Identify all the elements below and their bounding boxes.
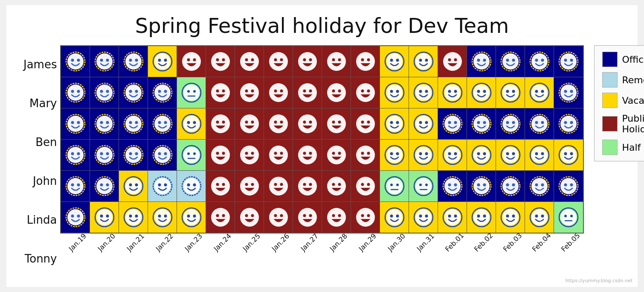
grid-cell xyxy=(496,108,525,139)
svg-point-113 xyxy=(448,90,451,93)
svg-point-281 xyxy=(183,178,200,194)
grid-cell xyxy=(467,202,496,233)
svg-point-385 xyxy=(483,215,486,218)
svg-point-366 xyxy=(338,214,341,217)
svg-point-124 xyxy=(531,85,548,101)
grid-cell xyxy=(61,108,90,139)
svg-point-341 xyxy=(125,209,142,225)
svg-point-242 xyxy=(419,152,422,155)
svg-point-253 xyxy=(502,147,519,163)
grid-cell xyxy=(293,171,322,201)
grid-cell xyxy=(235,108,264,139)
svg-point-342 xyxy=(129,215,132,218)
svg-point-83 xyxy=(193,90,196,93)
svg-point-319 xyxy=(483,184,486,187)
svg-point-120 xyxy=(502,85,519,101)
grid-cell xyxy=(177,202,206,233)
svg-point-176 xyxy=(425,121,428,124)
svg-point-126 xyxy=(541,90,544,93)
svg-point-288 xyxy=(245,183,248,186)
svg-point-20 xyxy=(216,58,219,61)
svg-point-338 xyxy=(100,215,103,218)
grid-cell xyxy=(438,46,467,77)
svg-point-198 xyxy=(67,147,84,163)
svg-point-128 xyxy=(560,85,577,101)
row-label: James xyxy=(23,49,57,80)
svg-point-347 xyxy=(164,215,167,218)
svg-point-11 xyxy=(135,59,138,62)
grid-cell xyxy=(496,46,525,77)
grid-cell xyxy=(119,171,148,201)
grid-cell xyxy=(351,108,380,139)
grid-cell xyxy=(438,77,467,108)
chart-container: Spring Festival holiday for Dev Team Jam… xyxy=(6,5,638,287)
svg-point-61 xyxy=(560,53,577,70)
svg-point-212 xyxy=(164,152,167,155)
svg-point-274 xyxy=(129,184,132,187)
svg-point-285 xyxy=(216,183,219,186)
svg-point-112 xyxy=(444,85,461,101)
grid-cell xyxy=(293,108,322,139)
svg-point-167 xyxy=(361,121,364,124)
grid-cell xyxy=(119,108,148,139)
legend-item: Public Holiday xyxy=(602,113,644,134)
svg-point-73 xyxy=(125,85,142,101)
grid-area: JamesMaryBenJohnLindaTonny xyxy=(23,45,584,278)
svg-point-251 xyxy=(483,152,486,155)
svg-point-46 xyxy=(448,58,451,61)
svg-point-191 xyxy=(535,121,538,124)
svg-point-203 xyxy=(100,152,103,155)
grid-cell xyxy=(206,140,235,170)
svg-point-353 xyxy=(216,214,219,217)
svg-point-138 xyxy=(106,121,109,124)
svg-point-78 xyxy=(158,90,161,93)
svg-point-51 xyxy=(483,59,486,62)
svg-point-215 xyxy=(187,152,190,155)
svg-point-365 xyxy=(332,214,335,217)
svg-point-142 xyxy=(135,121,138,124)
svg-point-214 xyxy=(183,147,200,163)
svg-point-395 xyxy=(560,209,577,225)
grid-cell xyxy=(264,171,293,201)
svg-point-261 xyxy=(560,147,577,163)
grid-cell xyxy=(119,202,148,233)
grid-cell xyxy=(264,46,293,77)
grid-cell xyxy=(293,140,322,170)
svg-point-35 xyxy=(361,58,364,61)
grid-cell xyxy=(554,171,583,201)
svg-point-140 xyxy=(125,116,142,132)
svg-point-117 xyxy=(477,90,480,93)
grid-cell xyxy=(467,46,496,77)
svg-point-27 xyxy=(280,58,283,61)
legend-item: Office xyxy=(602,52,644,67)
legend-label: Remote xyxy=(622,75,644,85)
svg-point-254 xyxy=(506,152,509,155)
grid-cell xyxy=(61,171,90,201)
svg-point-94 xyxy=(298,83,317,102)
svg-point-194 xyxy=(560,116,577,132)
svg-point-237 xyxy=(386,147,403,163)
svg-point-392 xyxy=(535,215,538,218)
data-grid xyxy=(60,45,584,234)
svg-point-299 xyxy=(356,177,375,196)
svg-point-75 xyxy=(135,90,138,93)
svg-point-32 xyxy=(332,58,335,61)
svg-point-118 xyxy=(483,90,486,93)
svg-point-222 xyxy=(245,152,248,155)
svg-point-266 xyxy=(71,184,74,187)
svg-point-393 xyxy=(541,215,544,218)
grid-cell xyxy=(467,77,496,108)
svg-point-132 xyxy=(67,116,84,132)
svg-point-295 xyxy=(309,183,312,186)
grid-cell xyxy=(554,140,583,170)
svg-point-162 xyxy=(309,121,312,124)
svg-point-38 xyxy=(386,53,403,70)
grid-cell xyxy=(351,202,380,233)
grid-row xyxy=(61,108,583,140)
svg-point-362 xyxy=(303,214,306,217)
svg-point-116 xyxy=(473,85,490,101)
grid-cell xyxy=(148,140,177,170)
svg-point-18 xyxy=(193,58,196,61)
grid-cell xyxy=(467,171,496,201)
svg-point-379 xyxy=(444,209,461,225)
